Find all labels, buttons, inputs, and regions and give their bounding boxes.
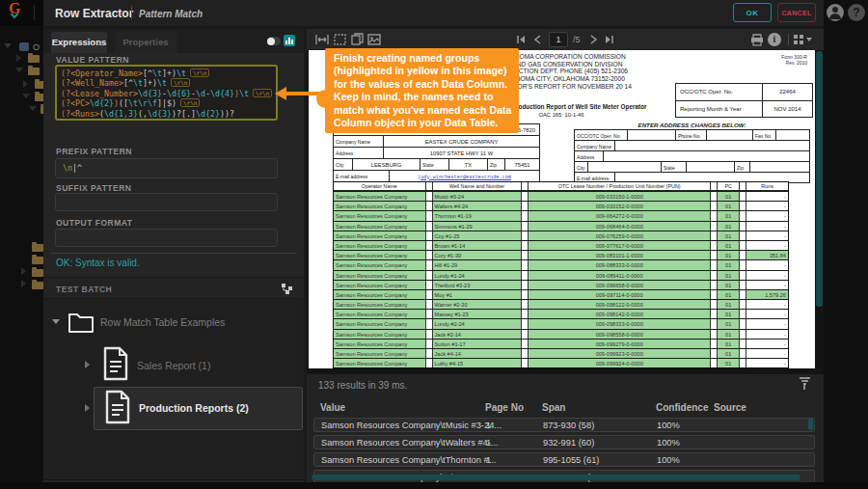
doc-col-header: OTC Lease Number / Production Unit Numbe… — [529, 182, 710, 190]
tab-properties[interactable]: Properties — [114, 32, 177, 53]
cancel-button[interactable]: CANCEL — [777, 3, 816, 22]
batch-item-caret[interactable] — [85, 404, 90, 412]
prefix-pattern-input[interactable]: \n|^ — [55, 158, 278, 178]
month-value: NOV 2014 — [763, 101, 812, 118]
results-row[interactable]: Samson Resources Company\tThornton #...1… — [313, 452, 815, 467]
doc-col-header: PC — [718, 182, 739, 190]
doc-table-row: Samson Resources CompanyBrown #1-14009-0… — [334, 240, 788, 250]
left-column: Expressions Properties VALUE PATTERN (?<… — [43, 29, 304, 482]
col-source: Source — [714, 400, 746, 415]
results-cell: Samson Resources Company\tMusic #3-24... — [321, 419, 502, 432]
syntax-status: OK: Syntax is valid. — [56, 258, 140, 268]
results-cell: Samson Resources Company\tThornton #... — [321, 453, 496, 467]
bg-folder-icon — [32, 282, 43, 289]
lf-city-label: City — [334, 159, 353, 170]
pattern-toggle[interactable] — [267, 37, 281, 45]
doc-table-row: Samson Resources CompanyWarner #2-30009-… — [334, 299, 788, 309]
doc-table-row: Samson Resources CompanyLundy #1-24009-0… — [334, 270, 788, 280]
next-page-icon[interactable] — [590, 35, 598, 44]
chart-icon-button[interactable] — [284, 35, 295, 46]
document-icon — [102, 346, 129, 381]
batch-root-caret[interactable] — [52, 319, 60, 324]
results-vscroll[interactable] — [808, 418, 813, 430]
marquee-icon[interactable] — [334, 34, 346, 45]
results-cell: 932-991 (60) — [543, 436, 594, 449]
doc-table-row: Samson Resources CompanySutton #1-17009-… — [334, 339, 788, 348]
doc-table-row: Samson Resources CompanyCory #1-30009-08… — [334, 250, 788, 259]
bg-tree-caret — [4, 43, 12, 48]
page-total: /5 — [573, 35, 581, 44]
image-icon[interactable] — [367, 34, 381, 45]
bg-caret — [16, 54, 21, 62]
results-cell: 1 — [486, 436, 491, 449]
print-icon[interactable] — [750, 34, 764, 46]
rf-address-label: Address — [575, 151, 604, 161]
results-cell: 995-1055 (61) — [543, 453, 599, 467]
bg-folder-icon — [32, 257, 43, 264]
results-row[interactable]: Samson Resources Company\tMusic #3-24...… — [313, 418, 815, 432]
view-options-icon[interactable] — [793, 34, 804, 45]
value-pattern-label: VALUE PATTERN — [56, 55, 129, 65]
rf-company-label: Company Name — [575, 141, 615, 150]
rf-city-label: City — [575, 162, 588, 172]
suffix-pattern-input[interactable] — [55, 193, 278, 211]
app-logo: G — [0, 0, 43, 26]
lf-state-label: State — [420, 159, 449, 170]
dialog-title: Row Extractor — [55, 7, 133, 20]
ok-button[interactable]: OK — [733, 3, 772, 22]
callout-box: Finish creating named groups (highlighte… — [325, 48, 519, 133]
results-row[interactable]: Samson Resources Company\tWalters #4-...… — [313, 435, 815, 449]
doc-right-form: OCC/OTC Oper. No. Phone No. Fax No. Comp… — [574, 129, 810, 183]
view-options-caret[interactable] — [806, 38, 812, 41]
rf-phone-value — [707, 130, 753, 140]
lf-address-value: 10907 STATE HWY 11 W — [384, 148, 539, 158]
results-hscroll[interactable] — [312, 475, 800, 480]
doc-table-row: Samson Resources CompanyLuthy #4-15009-0… — [334, 358, 788, 367]
batch-tree-icon[interactable] — [281, 283, 293, 295]
viewer-scrollbar[interactable] — [816, 51, 823, 307]
results-rows: Samson Resources Company\tMusic #3-24...… — [313, 418, 815, 482]
callout-text: Finish creating named groups (highlighte… — [325, 48, 519, 129]
bg-caret — [21, 280, 26, 287]
last-page-icon[interactable] — [605, 35, 614, 44]
month-label: Reporting Month & Year — [676, 101, 763, 118]
tab-expressions[interactable]: Expressions — [51, 32, 107, 53]
bottom-strip — [0, 482, 868, 489]
batch-item-caret[interactable] — [85, 361, 90, 368]
col-value: Value — [320, 400, 345, 415]
logo-divider — [34, 5, 35, 20]
bg-caret — [29, 106, 37, 111]
doc-table-row: Samson Resources CompanyHill #1-29009-08… — [334, 259, 788, 269]
value-pattern-editor[interactable]: (?<Operator_Name>[^\t]+)\t\r\n(?<Well_Na… — [55, 65, 278, 121]
output-format-input[interactable] — [55, 229, 278, 247]
doc-table-row: Samson Resources CompanyMassey #1-23009-… — [334, 309, 788, 318]
chart-bar — [291, 40, 293, 44]
avatar-icon[interactable] — [827, 4, 844, 21]
toggle-knob — [267, 38, 275, 45]
prev-page-icon[interactable] — [533, 35, 541, 44]
test-batch-tree: Row Match Table Examples Sales Report (1… — [43, 299, 304, 479]
doc-table-row: Samson Resources CompanyThetford #3-2300… — [334, 280, 788, 289]
fit-width-icon[interactable] — [315, 34, 329, 45]
page-number-input[interactable]: 1 — [549, 32, 568, 47]
batch-folder-label[interactable]: Row Match Table Examples — [100, 316, 225, 328]
bg-caret — [15, 68, 23, 72]
first-page-icon[interactable] — [516, 35, 526, 44]
lf-address-label: Address — [334, 148, 384, 158]
doc-col-header: Well Name and Number — [433, 182, 522, 190]
batch-item-label[interactable]: Sales Report (1) — [137, 360, 210, 371]
rf-state-value — [687, 162, 735, 172]
filter-icon[interactable] — [799, 377, 811, 391]
copy-pages-icon[interactable] — [351, 33, 364, 45]
suffix-pattern-label: SUFFIX PATTERN — [56, 183, 131, 193]
batch-item-label-selected[interactable]: Production Reports (2) — [139, 402, 249, 414]
doc-table: Operator NameWell Name and NumberOTC Lea… — [333, 181, 789, 369]
doc-table-row: Samson Resources CompanyThornton #1-1900… — [334, 210, 788, 220]
info-icon[interactable]: i — [768, 33, 781, 46]
folder-icon — [68, 310, 95, 335]
help-icon[interactable]: ? — [848, 4, 865, 21]
doc-table-row: Samson Resources CompanyLundy #2-24009-0… — [334, 318, 788, 328]
rf-occ-label: OCC/OTC Oper. No. — [575, 130, 628, 140]
lf-company-value: EASTEX CRUDE COMPANY — [384, 136, 539, 147]
results-cell: 873-930 (58) — [543, 419, 594, 432]
